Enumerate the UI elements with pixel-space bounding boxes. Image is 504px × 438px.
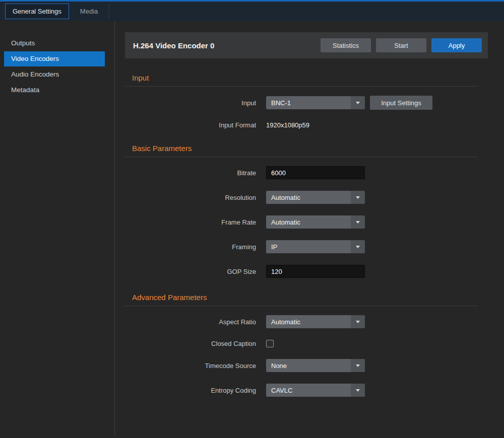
entropy-coding-select[interactable]: CAVLC xyxy=(266,384,365,397)
tab-media[interactable]: Media xyxy=(69,4,109,19)
input-format-row: Input Format 1920x1080p59 xyxy=(125,121,504,129)
section-divider xyxy=(125,86,478,87)
input-select-value: BNC-1 xyxy=(266,99,351,107)
resolution-select-value: Automatic xyxy=(266,194,351,201)
input-label: Input xyxy=(125,99,256,107)
gop-size-row: GOP Size xyxy=(125,265,504,278)
aspect-ratio-select[interactable]: Automatic xyxy=(266,315,365,328)
sidebar: Outputs Video Encoders Audio Encoders Me… xyxy=(0,21,115,436)
timecode-source-label: Timecode Source xyxy=(125,362,256,370)
chevron-down-icon xyxy=(351,240,365,253)
timecode-source-select-value: None xyxy=(266,362,351,370)
frame-rate-select[interactable]: Automatic xyxy=(266,215,365,229)
page-title: H.264 Video Encoder 0 xyxy=(133,41,316,50)
section-divider xyxy=(125,306,478,306)
gop-size-label: GOP Size xyxy=(125,268,256,275)
framing-select-value: IP xyxy=(266,243,351,251)
gop-size-field[interactable] xyxy=(266,265,365,278)
section-divider xyxy=(125,157,478,157)
closed-caption-row: Closed Caption xyxy=(125,340,504,347)
top-tab-bar: General Settings Media xyxy=(0,0,504,21)
section-title-basic-parameters: Basic Parameters xyxy=(125,144,504,153)
chevron-down-icon xyxy=(351,384,365,397)
timecode-source-select[interactable]: None xyxy=(266,359,365,372)
sidebar-item-audio-encoders[interactable]: Audio Encoders xyxy=(4,67,105,82)
aspect-ratio-select-value: Automatic xyxy=(266,318,351,326)
chevron-down-icon xyxy=(351,315,365,328)
chevron-down-icon xyxy=(351,96,365,109)
aspect-ratio-label: Aspect Ratio xyxy=(125,318,256,326)
entropy-coding-row: Entropy Coding CAVLC xyxy=(125,384,504,397)
bitrate-label: Bitrate xyxy=(125,169,256,177)
aspect-ratio-row: Aspect Ratio Automatic xyxy=(125,315,504,328)
section-title-input: Input xyxy=(125,74,504,82)
closed-caption-label: Closed Caption xyxy=(125,340,256,347)
framing-label: Framing xyxy=(125,243,256,251)
chevron-down-icon xyxy=(351,359,365,372)
closed-caption-checkbox[interactable] xyxy=(266,340,274,347)
start-button[interactable]: Start xyxy=(376,38,426,52)
apply-button[interactable]: Apply xyxy=(431,38,482,52)
entropy-coding-label: Entropy Coding xyxy=(125,387,256,394)
input-format-label: Input Format xyxy=(125,121,256,129)
frame-rate-label: Frame Rate xyxy=(125,218,256,226)
resolution-label: Resolution xyxy=(125,194,256,201)
section-title-advanced-parameters: Advanced Parameters xyxy=(125,293,504,302)
chevron-down-icon xyxy=(351,191,365,204)
bitrate-row: Bitrate xyxy=(125,166,504,179)
tab-general-settings[interactable]: General Settings xyxy=(5,4,69,19)
framing-select[interactable]: IP xyxy=(266,240,365,253)
input-format-value: 1920x1080p59 xyxy=(266,121,309,129)
resolution-select[interactable]: Automatic xyxy=(266,191,365,204)
chevron-down-icon xyxy=(351,215,365,229)
bitrate-field[interactable] xyxy=(266,166,365,179)
sidebar-item-outputs[interactable]: Outputs xyxy=(4,36,105,51)
frame-rate-select-value: Automatic xyxy=(266,218,351,226)
main-panel: H.264 Video Encoder 0 Statistics Start A… xyxy=(115,21,504,436)
input-row: Input BNC-1 Input Settings xyxy=(125,96,504,110)
entropy-coding-select-value: CAVLC xyxy=(266,387,351,394)
input-select[interactable]: BNC-1 xyxy=(266,96,365,109)
resolution-row: Resolution Automatic xyxy=(125,191,504,204)
encoder-header: H.264 Video Encoder 0 Statistics Start A… xyxy=(125,32,488,58)
sidebar-item-video-encoders[interactable]: Video Encoders xyxy=(4,51,105,66)
statistics-button[interactable]: Statistics xyxy=(321,38,371,52)
timecode-source-row: Timecode Source None xyxy=(125,359,504,372)
framing-row: Framing IP xyxy=(125,240,504,253)
frame-rate-row: Frame Rate Automatic xyxy=(125,215,504,229)
input-settings-button[interactable]: Input Settings xyxy=(370,96,432,110)
sidebar-item-metadata[interactable]: Metadata xyxy=(4,83,105,98)
